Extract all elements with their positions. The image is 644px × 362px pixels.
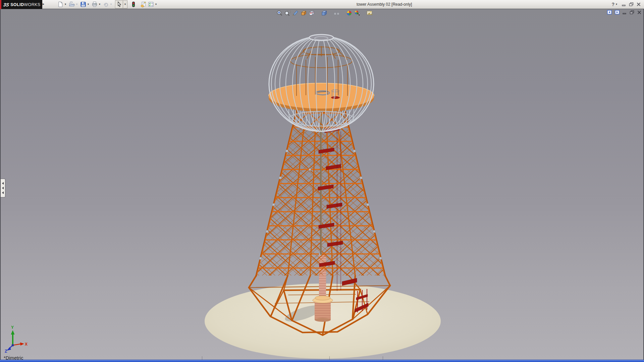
dropdown-icon[interactable]: ▾ <box>616 3 617 6</box>
featuremanager-collapsed-tab[interactable] <box>1 179 5 197</box>
windows-taskbar-edge[interactable] <box>0 360 644 362</box>
minimize-icon <box>622 2 626 6</box>
platform-deck[interactable] <box>269 57 374 112</box>
select-cursor-icon <box>116 1 122 7</box>
section-view-icon <box>292 10 299 16</box>
display-style-button[interactable] <box>308 10 316 16</box>
triad-y-label: Y <box>11 325 14 330</box>
file-properties-button[interactable] <box>140 1 147 8</box>
logo-accent-stripe <box>0 0 1 9</box>
ds-logo-icon: 3S <box>3 2 9 7</box>
new-document-button[interactable] <box>57 1 64 8</box>
collapse-arrow-icon <box>2 182 4 185</box>
select-tool-button[interactable] <box>116 1 122 8</box>
graphics-area[interactable]: X Y Z <box>0 9 644 360</box>
zoom-to-fit-icon <box>276 10 283 16</box>
view-orientation-label: *Dimetric <box>4 355 23 360</box>
orientation-triad: X Y Z <box>5 325 28 354</box>
hide-show-items-button[interactable] <box>333 10 340 16</box>
previous-window-button[interactable] <box>607 10 612 14</box>
standard-toolbar: ▾ ▾ ▾ <box>57 0 158 9</box>
previous-window-icon <box>607 10 612 14</box>
print-icon <box>92 1 98 7</box>
zoom-to-fit-button[interactable] <box>276 10 283 16</box>
statusbar-divider <box>329 356 330 360</box>
headsup-view-toolbar <box>276 10 374 16</box>
dropdown-icon[interactable]: ▾ <box>99 3 100 6</box>
document-window-controls <box>607 10 641 14</box>
dropdown-icon[interactable]: ▾ <box>155 3 157 6</box>
close-document-button[interactable] <box>637 10 641 14</box>
shaded-cube-icon <box>321 10 328 16</box>
statusbar-divider <box>383 356 383 360</box>
restore-document-button[interactable] <box>630 10 634 14</box>
brand-text-works: WORKS <box>24 2 40 7</box>
restore-document-icon <box>630 10 634 14</box>
minimize-document-button[interactable] <box>623 10 627 14</box>
apply-scene-icon <box>354 10 361 16</box>
view-orientation-button[interactable] <box>300 10 308 16</box>
dropdown-icon[interactable]: ▾ <box>110 3 112 6</box>
solidworks-window: 3S SOLIDWORKS ▸ ▾ ▾ <box>0 0 644 362</box>
save-button[interactable] <box>80 1 87 8</box>
view-settings-button[interactable] <box>366 10 373 16</box>
print-button[interactable] <box>91 1 98 8</box>
app-window-controls: ? ▾ <box>611 0 641 9</box>
triad-x-label: X <box>25 342 28 347</box>
minimize-button[interactable] <box>622 2 626 6</box>
help-button[interactable]: ? <box>611 2 614 7</box>
dome-interior-frame <box>290 46 352 68</box>
dropdown-icon[interactable]: ▾ <box>124 3 126 6</box>
open-button[interactable] <box>68 1 75 8</box>
options-checklist-icon <box>148 1 154 7</box>
save-icon <box>80 1 86 7</box>
section-view-button[interactable] <box>292 10 300 16</box>
next-window-button[interactable] <box>615 10 620 14</box>
file-properties-icon <box>140 1 147 7</box>
restore-icon <box>629 2 634 6</box>
new-document-icon <box>57 1 63 7</box>
eyeglasses-icon <box>333 10 340 16</box>
shaded-with-edges-button[interactable] <box>321 10 328 16</box>
triad-z-label: Z <box>5 349 7 354</box>
dropdown-icon[interactable]: ▾ <box>76 3 77 6</box>
display-style-icon <box>309 10 315 16</box>
collapse-arrow-icon <box>2 187 4 189</box>
close-document-icon <box>637 10 641 14</box>
logo-flyout-arrow-icon[interactable]: ▸ <box>43 2 44 6</box>
solidworks-logo: 3S SOLIDWORKS <box>0 0 42 9</box>
next-window-icon <box>615 10 620 14</box>
statusbar-divider <box>202 356 202 360</box>
minimize-document-icon <box>623 10 627 14</box>
dropdown-icon[interactable]: ▾ <box>88 3 89 6</box>
view-settings-icon <box>366 10 373 16</box>
rebuild-button[interactable] <box>131 1 136 8</box>
select-tool-group: ▾ <box>115 0 127 8</box>
open-folder-icon <box>69 1 75 7</box>
zoom-to-area-button[interactable] <box>284 10 291 16</box>
appearance-sphere-icon <box>346 10 353 16</box>
options-button[interactable] <box>148 1 154 8</box>
title-bar: 3S SOLIDWORKS ▸ ▾ ▾ <box>0 0 644 9</box>
traffic-light-rebuild-icon <box>131 1 136 7</box>
undo-icon <box>103 1 109 7</box>
model-render[interactable]: X Y Z <box>1 9 643 360</box>
zoom-to-area-icon <box>284 10 291 16</box>
brand-text-solid: SOLID <box>10 2 24 7</box>
edit-appearance-button[interactable] <box>345 10 353 16</box>
close-icon <box>637 2 641 6</box>
view-orientation-icon <box>301 10 307 16</box>
apply-scene-button[interactable] <box>354 10 361 16</box>
collapse-arrow-icon <box>2 191 4 194</box>
dropdown-icon[interactable]: ▾ <box>65 3 66 6</box>
document-title: tower Assembly 02 [Read-only] <box>357 2 412 7</box>
undo-button[interactable] <box>103 1 109 8</box>
restore-button[interactable] <box>629 2 634 6</box>
close-button[interactable] <box>637 2 641 6</box>
